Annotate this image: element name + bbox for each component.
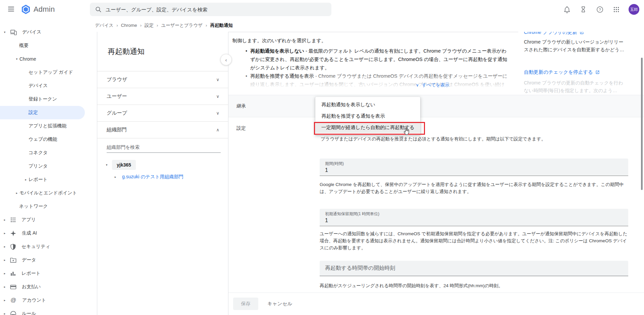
setting-side-panel: 再起動通知 ブラウザ∨ ユーザー∨ グループ∨ 組織部門∧ ▾ yjk365 ▸…: [97, 32, 228, 315]
save-button[interactable]: 保存: [233, 298, 258, 310]
related-setting-description-faded: Chrome ブラウザの更新の自動チェックを行わない時間帯(毎日)を指定します。…: [524, 79, 627, 94]
sidebar-item-chrome-reports[interactable]: ▸レポート: [0, 173, 97, 186]
restart-window-start-field[interactable]: 再起動する時間帯の開始時刻: [320, 261, 628, 276]
sidebar-item-devices[interactable]: ▾ デバイス: [0, 25, 97, 39]
chevron-right-icon[interactable]: ▸: [113, 175, 117, 179]
chevron-right-icon[interactable]: ▸: [3, 272, 7, 275]
stop-auto-update-check-link[interactable]: 自動更新のチェックを停止する: [524, 69, 630, 75]
chevron-right-icon[interactable]: ▸: [3, 299, 7, 302]
sidebar-item-chrome-devices[interactable]: デバイス: [0, 79, 97, 92]
sidebar-item-apps-extensions[interactable]: アプリと拡張機能: [0, 119, 97, 133]
scrollbar-thumb[interactable]: [641, 58, 643, 190]
text-fade-overlay: [228, 70, 518, 95]
bar-chart-icon: [10, 270, 16, 276]
sidebar-item-overview[interactable]: 概要: [0, 39, 97, 52]
breadcrumb-separator: ›: [206, 23, 207, 28]
sidebar-item-mobile-endpoints[interactable]: ▸モバイルとエンドポイント: [0, 186, 97, 200]
cancel-button[interactable]: キャンセル: [267, 301, 292, 307]
hamburger-menu-icon[interactable]: [8, 7, 14, 11]
related-settings-panel: Chrome ブラウザの更新 Chrome ブラウザの新しいバージョンがリリース…: [524, 32, 630, 219]
folder-star-icon: [10, 257, 16, 263]
sidebar-item-billing[interactable]: ▸ お支払い: [0, 280, 97, 294]
admin-logo-icon: [21, 4, 31, 14]
sidebar-item-reports[interactable]: ▸ レポート: [0, 267, 97, 280]
breadcrumb-settings[interactable]: 設定: [145, 22, 154, 28]
restart-notification-dropdown-menu: 再起動通知を表示しない 再起動を推奨する通知を表示 一定期間が経過したら自動的に…: [315, 97, 420, 135]
at-sign-icon: @: [10, 297, 17, 304]
initial-quiet-period-description: ユーザーへの通知回数を減らすには、ChromeOS で初期通知保留期間を指定する…: [320, 230, 629, 251]
breadcrumb-separator: ›: [140, 23, 142, 28]
menu-item-no-notification[interactable]: 再起動通知を表示しない: [315, 99, 420, 110]
breadcrumb-chrome[interactable]: Chrome: [121, 23, 137, 28]
breadcrumb-users-browsers[interactable]: ユーザーとブラウザ: [161, 22, 203, 28]
sidebar-item-setup-guide[interactable]: セットアップ ガイド: [0, 66, 97, 79]
admin-logo: Admin: [21, 4, 55, 14]
sidebar-item-account[interactable]: ▸ @ アカウント: [0, 294, 97, 307]
inherit-label: 継承: [236, 103, 246, 109]
accordion-org-units[interactable]: 組織部門∧: [97, 121, 228, 138]
notifications-bell-icon[interactable]: [563, 5, 571, 13]
chevron-down-icon: ∨: [216, 111, 219, 116]
org-unit-search-input[interactable]: [107, 143, 221, 153]
chevron-down-icon: ∨: [216, 94, 219, 99]
sidebar-item-settings[interactable]: 設定: [0, 106, 85, 119]
external-link-icon: [580, 32, 584, 35]
sidebar-item-chrome[interactable]: ▾Chrome: [0, 52, 97, 66]
accordion-browser[interactable]: ブラウザ∨: [97, 71, 228, 88]
sidebar-item-data[interactable]: ▸ データ: [0, 253, 97, 267]
tree-node-root[interactable]: ▾ yjk365: [105, 160, 183, 170]
tasks-hourglass-icon[interactable]: [579, 5, 587, 13]
breadcrumb-separator: ›: [116, 23, 118, 28]
chevron-right-icon[interactable]: ▸: [3, 258, 7, 262]
tree-node-root-label[interactable]: yjk365: [112, 160, 136, 170]
accordion-users[interactable]: ユーザー∨: [97, 88, 228, 105]
sidebar-item-enrollment-tokens[interactable]: 登録トークン: [0, 92, 97, 106]
breadcrumb-devices[interactable]: デバイス: [95, 22, 113, 28]
org-unit-tree: ▾ yjk365 ▸ g.suzuki のテスト用組織部門: [105, 160, 183, 180]
chevron-right-icon[interactable]: ▸: [3, 312, 7, 315]
global-search[interactable]: [90, 3, 331, 16]
show-all-link[interactable]: ∨ すべてを表示: [416, 82, 449, 88]
sidebar-item-web-features[interactable]: ウェブの機能: [0, 133, 97, 146]
devices-icon: [10, 29, 17, 36]
sidebar-item-rules[interactable]: ▸ ルール: [0, 307, 97, 315]
sidebar-item-security[interactable]: ▸ セキュリティ: [0, 240, 97, 253]
tree-node-child-label[interactable]: g.suzuki のテスト用組織部門: [122, 174, 183, 180]
search-input[interactable]: [106, 7, 326, 12]
chevron-right-icon[interactable]: ▸: [24, 178, 28, 181]
collapse-panel-button[interactable]: ‹: [220, 54, 232, 65]
chevron-right-icon[interactable]: ▸: [3, 245, 7, 248]
breadcrumb: デバイス› Chrome› 設定› ユーザーとブラウザ› 再起動通知: [95, 19, 233, 32]
chevron-down-icon[interactable]: ▾: [105, 163, 109, 167]
chevron-right-icon[interactable]: ▸: [3, 285, 7, 289]
avatar[interactable]: 五郎: [629, 4, 639, 15]
app-title: Admin: [34, 5, 55, 14]
menu-item-recommend-restart[interactable]: 再起動を推奨する通知を表示: [315, 110, 420, 122]
credit-card-icon: [10, 284, 16, 290]
shield-icon: [10, 244, 16, 250]
accordion-groups[interactable]: グループ∨: [97, 105, 228, 121]
help-icon[interactable]: ?: [596, 5, 604, 13]
sidebar-item-connectors[interactable]: コネクタ: [0, 146, 97, 160]
chevron-down-icon[interactable]: ▾: [15, 57, 19, 61]
menu-item-auto-restart[interactable]: 一定期間が経過したら自動的に再起動する: [315, 122, 420, 133]
tree-node-child[interactable]: ▸ g.suzuki のテスト用組織部門: [113, 174, 183, 180]
apps-grid-icon[interactable]: [612, 5, 620, 13]
sidebar-item-gen-ai[interactable]: ▸ 生成 AI: [0, 227, 97, 240]
chevron-down-icon: ∨: [416, 83, 419, 87]
chevron-up-icon: ∧: [216, 127, 219, 132]
sidebar-item-apps[interactable]: ▸ アプリ: [0, 213, 97, 227]
related-setting-description: Chrome ブラウザの新しいバージョンがリリースされた際にデバイスを自動更新す…: [524, 38, 627, 54]
chevron-right-icon[interactable]: ▸: [3, 218, 7, 222]
chevron-right-icon[interactable]: ▸: [15, 191, 19, 195]
chrome-browser-update-link[interactable]: Chrome ブラウザの更新: [524, 32, 630, 36]
policy-intro-text: 制御します。次のいずれかを選択します。: [232, 38, 326, 44]
sidebar-item-printers[interactable]: プリンタ: [0, 160, 97, 173]
circle-icon: [10, 311, 16, 315]
page-title: 再起動通知: [108, 47, 145, 57]
chevron-down-icon[interactable]: ▾: [3, 30, 7, 34]
chevron-right-icon[interactable]: ▸: [3, 232, 7, 235]
org-unit-search[interactable]: [107, 143, 221, 153]
main-navigation: ▾ デバイス 概要 ▾Chrome セットアップ ガイド デバイス 登録トークン…: [0, 25, 97, 315]
sidebar-item-networks[interactable]: ネットワーク: [0, 200, 97, 213]
